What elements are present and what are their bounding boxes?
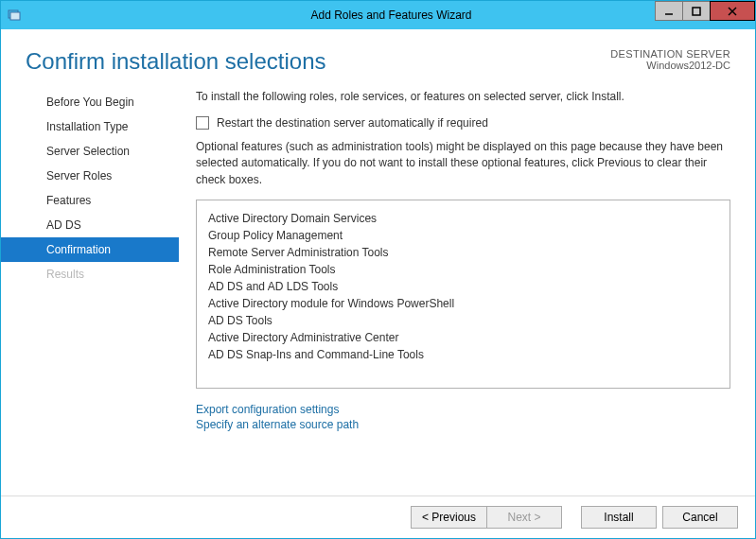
export-settings-link[interactable]: Export configuration settings xyxy=(196,402,730,417)
step-features[interactable]: Features xyxy=(1,188,179,213)
list-item: AD DS Tools xyxy=(208,312,718,329)
list-item: Group Policy Management xyxy=(208,227,718,244)
content: Confirm installation selections DESTINAT… xyxy=(1,29,755,538)
list-item: Active Directory Administrative Center xyxy=(208,329,718,346)
main-panel: To install the following roles, role ser… xyxy=(179,86,755,496)
restart-label: Restart the destination server automatic… xyxy=(217,116,488,130)
step-results: Results xyxy=(1,262,179,287)
page-title: Confirm installation selections xyxy=(26,48,325,75)
body-row: Before You Begin Installation Type Serve… xyxy=(1,86,755,496)
previous-button[interactable]: < Previous xyxy=(411,506,486,529)
svg-rect-1 xyxy=(10,12,20,20)
next-button: Next > xyxy=(486,506,562,529)
list-item: Active Directory module for Windows Powe… xyxy=(208,295,718,312)
step-server-selection[interactable]: Server Selection xyxy=(1,139,179,164)
window-controls xyxy=(656,1,755,21)
list-item: AD DS and AD LDS Tools xyxy=(208,278,718,295)
destination-server: DESTINATION SERVER Windows2012-DC xyxy=(610,48,730,71)
selection-list: Active Directory Domain Services Group P… xyxy=(196,200,730,389)
restart-checkbox[interactable] xyxy=(196,116,209,130)
svg-rect-3 xyxy=(693,8,700,15)
titlebar: Add Roles and Features Wizard xyxy=(1,1,755,29)
maximize-button[interactable] xyxy=(682,1,711,21)
step-server-roles[interactable]: Server Roles xyxy=(1,164,179,188)
alternate-source-link[interactable]: Specify an alternate source path xyxy=(196,417,730,432)
step-before-you-begin[interactable]: Before You Begin xyxy=(1,90,179,114)
list-item: Active Directory Domain Services xyxy=(208,210,718,227)
close-button[interactable] xyxy=(710,1,755,21)
restart-row: Restart the destination server automatic… xyxy=(196,116,730,130)
wizard-steps: Before You Begin Installation Type Serve… xyxy=(1,86,179,496)
destination-value: Windows2012-DC xyxy=(610,60,730,71)
destination-label: DESTINATION SERVER xyxy=(610,48,730,60)
step-confirmation[interactable]: Confirmation xyxy=(1,237,179,262)
app-icon xyxy=(1,8,27,23)
step-ad-ds[interactable]: AD DS xyxy=(1,213,179,237)
list-item: AD DS Snap-Ins and Command-Line Tools xyxy=(208,346,718,363)
cancel-button[interactable]: Cancel xyxy=(662,506,738,529)
minimize-button[interactable] xyxy=(655,1,683,21)
list-item: Remote Server Administration Tools xyxy=(208,244,718,261)
list-item: Role Administration Tools xyxy=(208,261,718,278)
links: Export configuration settings Specify an… xyxy=(196,402,730,432)
step-installation-type[interactable]: Installation Type xyxy=(1,114,179,139)
header-row: Confirm installation selections DESTINAT… xyxy=(1,29,755,86)
install-button[interactable]: Install xyxy=(581,506,657,529)
nav-button-group: < Previous Next > xyxy=(411,506,562,529)
wizard-window: Add Roles and Features Wizard Confirm in… xyxy=(0,0,756,539)
optional-note: Optional features (such as administratio… xyxy=(196,139,730,188)
intro-text: To install the following roles, role ser… xyxy=(196,90,730,103)
window-title: Add Roles and Features Wizard xyxy=(27,9,755,22)
footer: < Previous Next > Install Cancel xyxy=(1,496,755,538)
